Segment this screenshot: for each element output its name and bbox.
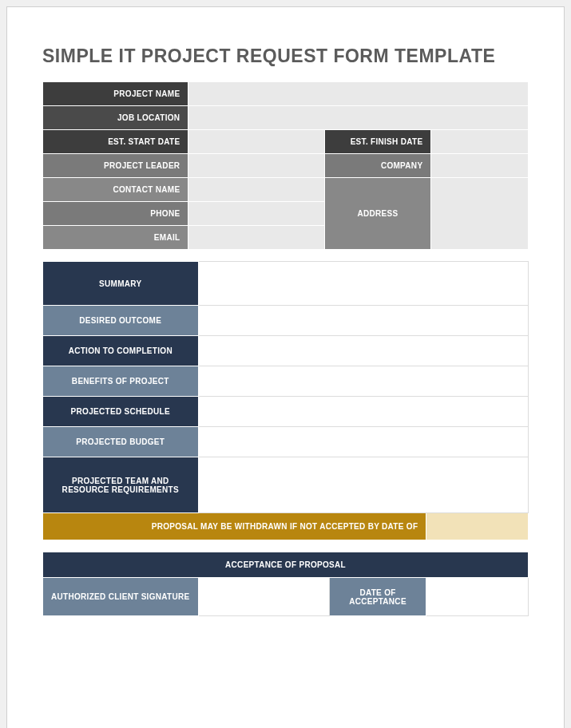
label-projected-schedule: PROJECTED SCHEDULE bbox=[43, 397, 199, 427]
field-project-leader[interactable] bbox=[188, 154, 324, 178]
label-company: COMPANY bbox=[324, 154, 431, 178]
field-est-start-date[interactable] bbox=[188, 130, 324, 154]
label-action-to-completion: ACTION TO COMPLETION bbox=[43, 336, 199, 366]
label-acceptance-header: ACCEPTANCE OF PROPOSAL bbox=[43, 552, 529, 578]
field-address[interactable] bbox=[431, 178, 529, 250]
field-date-acceptance[interactable] bbox=[426, 578, 529, 616]
acceptance-table: ACCEPTANCE OF PROPOSAL AUTHORIZED CLIENT… bbox=[42, 552, 529, 616]
label-projected-budget: PROJECTED BUDGET bbox=[43, 427, 199, 457]
field-summary[interactable] bbox=[198, 262, 528, 306]
field-desired-outcome[interactable] bbox=[198, 306, 528, 336]
field-withdrawal-date[interactable] bbox=[426, 513, 529, 540]
label-contact-name: CONTACT NAME bbox=[43, 178, 188, 202]
field-company[interactable] bbox=[431, 154, 529, 178]
field-project-name[interactable] bbox=[188, 82, 529, 106]
field-job-location[interactable] bbox=[188, 106, 529, 130]
label-withdrawal-notice: PROPOSAL MAY BE WITHDRAWN IF NOT ACCEPTE… bbox=[43, 513, 426, 540]
field-projected-budget[interactable] bbox=[198, 427, 528, 457]
field-contact-name[interactable] bbox=[188, 178, 324, 202]
field-est-finish-date[interactable] bbox=[431, 130, 529, 154]
label-est-finish-date: EST. FINISH DATE bbox=[324, 130, 431, 154]
field-phone[interactable] bbox=[188, 202, 324, 226]
field-benefits[interactable] bbox=[198, 366, 528, 397]
label-address: ADDRESS bbox=[324, 178, 431, 250]
field-team-resource[interactable] bbox=[198, 457, 528, 513]
page: SIMPLE IT PROJECT REQUEST FORM TEMPLATE … bbox=[6, 6, 565, 728]
label-summary: SUMMARY bbox=[43, 262, 199, 306]
label-team-resource: PROJECTED TEAM AND RESOURCE REQUIREMENTS bbox=[43, 457, 199, 513]
label-date-acceptance: DATE OF ACCEPTANCE bbox=[329, 578, 426, 616]
label-benefits: BENEFITS OF PROJECT bbox=[43, 366, 199, 397]
details-table: SUMMARY DESIRED OUTCOME ACTION TO COMPLE… bbox=[42, 261, 529, 540]
label-est-start-date: EST. START DATE bbox=[43, 130, 188, 154]
label-job-location: JOB LOCATION bbox=[43, 106, 188, 130]
label-email: EMAIL bbox=[43, 226, 188, 250]
label-signature: AUTHORIZED CLIENT SIGNATURE bbox=[43, 578, 199, 616]
field-email[interactable] bbox=[188, 226, 324, 250]
label-desired-outcome: DESIRED OUTCOME bbox=[43, 306, 199, 336]
field-signature[interactable] bbox=[198, 578, 329, 616]
header-table: PROJECT NAME JOB LOCATION EST. START DAT… bbox=[42, 81, 529, 250]
field-projected-schedule[interactable] bbox=[198, 397, 528, 427]
field-action-to-completion[interactable] bbox=[198, 336, 528, 366]
label-project-name: PROJECT NAME bbox=[43, 82, 188, 106]
label-phone: PHONE bbox=[43, 202, 188, 226]
page-title: SIMPLE IT PROJECT REQUEST FORM TEMPLATE bbox=[42, 46, 529, 67]
label-project-leader: PROJECT LEADER bbox=[43, 154, 188, 178]
